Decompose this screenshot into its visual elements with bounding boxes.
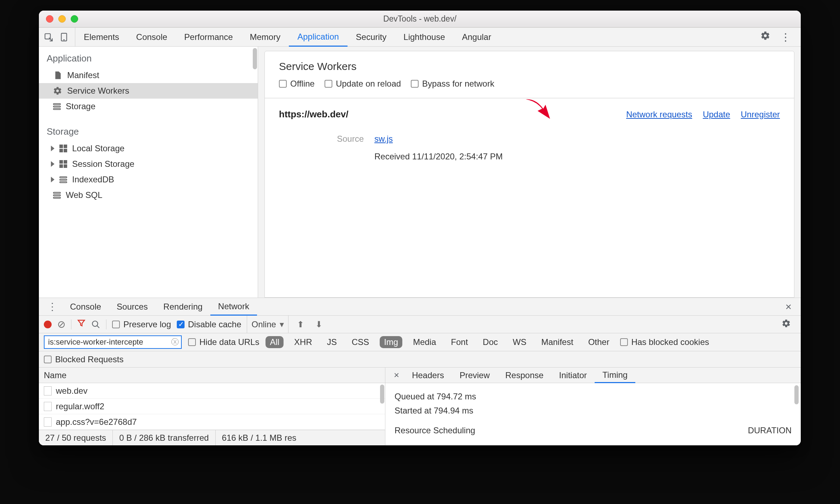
network-requests-link[interactable]: Network requests [626,110,692,119]
svg-point-3 [92,321,98,326]
scrollbar[interactable] [794,385,799,404]
sidebar-item-service-workers[interactable]: Service Workers [39,83,258,99]
file-icon [44,386,52,395]
sidebar-item-session-storage[interactable]: Session Storage [39,156,258,172]
record-button[interactable] [44,321,52,328]
close-window-button[interactable] [46,15,53,23]
bypass-for-network-checkbox[interactable]: Bypass for network [411,79,494,89]
detail-tab-timing[interactable]: Timing [595,368,635,383]
drawer: ⋮ Console Sources Rendering Network × ⊘ … [39,298,801,445]
detail-tab-initiator[interactable]: Initiator [551,368,595,383]
has-blocked-cookies-checkbox[interactable]: Has blocked cookies [620,337,709,347]
search-icon[interactable] [91,320,100,329]
file-icon [44,417,52,427]
device-toggle-icon[interactable] [59,33,69,42]
file-icon [44,402,52,411]
type-js[interactable]: JS [323,336,341,348]
drawer-more-icon[interactable]: ⋮ [42,301,62,312]
drawer-tab-sources[interactable]: Sources [109,298,156,315]
tab-lighthouse[interactable]: Lighthouse [395,28,453,46]
drawer-tab-rendering[interactable]: Rendering [156,298,210,315]
tab-memory[interactable]: Memory [241,28,289,46]
type-doc[interactable]: Doc [479,336,502,348]
database-icon [53,192,61,199]
inspect-element-icon[interactable] [44,33,53,42]
type-other[interactable]: Other [584,336,614,348]
type-manifest[interactable]: Manifest [537,336,578,348]
update-link[interactable]: Update [703,110,730,119]
drawer-close-icon[interactable]: × [780,301,797,313]
request-list-header[interactable]: Name [39,368,385,383]
tab-performance[interactable]: Performance [176,28,241,46]
upload-icon[interactable]: ⬆ [294,320,307,329]
top-tabs: Elements Console Performance Memory Appl… [39,28,801,47]
clear-icon[interactable]: ⊘ [57,318,65,330]
sidebar-item-local-storage[interactable]: Local Storage [39,141,258,156]
settings-gear-icon[interactable] [756,31,775,43]
offline-checkbox[interactable]: Offline [279,79,315,89]
duration-label: DURATION [748,426,792,435]
detail-tab-response[interactable]: Response [497,368,551,383]
sidebar-item-websql[interactable]: Web SQL [39,187,258,203]
file-icon [53,71,62,80]
more-menu-icon[interactable]: ⋮ [775,31,796,43]
throttle-select[interactable]: Online ▾ [247,316,288,333]
tab-security[interactable]: Security [348,28,395,46]
clear-filter-icon[interactable]: ⓧ [171,337,179,347]
preserve-log-checkbox[interactable]: Preserve log [112,320,171,329]
filter-input[interactable]: is:service-worker-intercepte ⓧ [44,335,182,349]
titlebar: DevTools - web.dev/ [39,11,801,28]
type-css[interactable]: CSS [348,336,373,348]
expand-icon [51,161,54,167]
grid-icon [59,160,67,168]
timing-queued: Queued at 794.72 ms [395,389,792,404]
network-toolbar: ⊘ Preserve log Disable cache Online ▾ ⬆ … [39,316,801,333]
service-workers-panel: Service Workers Offline Update on reload… [264,51,794,298]
scrollbar[interactable] [253,48,257,69]
drawer-tab-network[interactable]: Network [210,298,257,316]
type-xhr[interactable]: XHR [290,336,316,348]
tab-elements[interactable]: Elements [75,28,128,46]
svg-line-4 [97,326,99,328]
source-file-link[interactable]: sw.js [374,134,393,144]
detail-tab-headers[interactable]: Headers [404,368,452,383]
sidebar-item-indexeddb[interactable]: IndexedDB [39,172,258,187]
type-img[interactable]: Img [380,336,402,348]
type-font[interactable]: Font [447,336,472,348]
transferred-size: 0 B / 286 kB transferred [113,430,215,445]
disable-cache-checkbox[interactable]: Disable cache [177,320,241,329]
tab-angular[interactable]: Angular [454,28,500,46]
type-all[interactable]: All [266,336,284,348]
filter-icon[interactable] [77,319,86,330]
detail-tabs: × Headers Preview Response Initiator Tim… [385,368,801,383]
blocked-requests-row: Blocked Requests [39,351,801,368]
sidebar-item-manifest[interactable]: Manifest [39,68,258,83]
resource-scheduling-label: Resource Scheduling [395,426,475,435]
update-on-reload-checkbox[interactable]: Update on reload [325,79,401,89]
window-title: DevTools - web.dev/ [383,14,456,24]
sidebar-item-storage[interactable]: Storage [39,99,258,114]
tab-console[interactable]: Console [128,28,176,46]
sw-origin: https://web.dev/ [279,109,348,120]
scrollbar[interactable] [380,385,384,404]
network-settings-icon[interactable] [777,318,796,330]
maximize-window-button[interactable] [71,15,78,23]
download-icon[interactable]: ⬇ [313,320,325,329]
close-details-icon[interactable]: × [389,370,404,381]
tab-application[interactable]: Application [289,28,347,47]
unregister-link[interactable]: Unregister [741,110,780,119]
source-label: Source [328,134,364,144]
minimize-window-button[interactable] [58,15,66,23]
drawer-tab-console[interactable]: Console [62,298,109,315]
request-row[interactable]: app.css?v=6e2768d7 [39,414,385,430]
window-controls [39,15,78,23]
database-icon [53,103,61,110]
type-media[interactable]: Media [409,336,440,348]
request-row[interactable]: web.dev [39,383,385,399]
hide-data-urls-checkbox[interactable]: Hide data URLs [188,337,259,347]
type-ws[interactable]: WS [508,336,531,348]
detail-tab-preview[interactable]: Preview [452,368,497,383]
request-row[interactable]: regular.woff2 [39,399,385,414]
sw-heading: Service Workers [279,60,780,72]
blocked-requests-checkbox[interactable]: Blocked Requests [44,354,123,364]
